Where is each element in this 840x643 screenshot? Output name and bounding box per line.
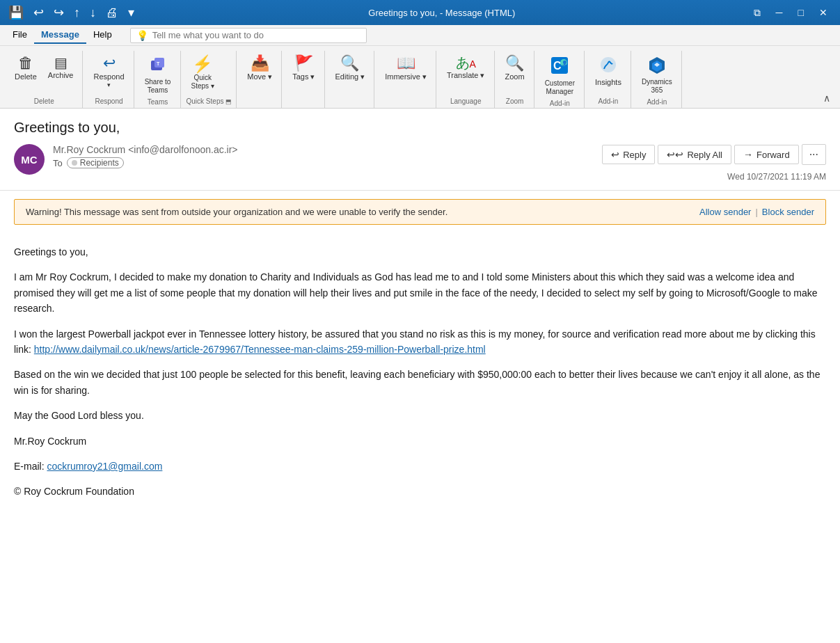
reply-icon: ↩ bbox=[611, 149, 619, 160]
reply-button[interactable]: ↩ Reply bbox=[602, 145, 655, 164]
delete-icon: 🗑 bbox=[18, 56, 33, 71]
ribbon: 🗑 Delete ▤ Archive Delete ↩ Respond ▾ Re… bbox=[0, 46, 840, 109]
signature-foundation: © Roy Cockrum Foundation bbox=[14, 484, 826, 499]
editing-icon: 🔍 bbox=[340, 56, 359, 71]
translate-button[interactable]: あΑ Translate ▾ bbox=[442, 52, 490, 84]
signature-email: E-mail: cockrumroy21@gmail.com bbox=[14, 459, 826, 474]
teams-icon: T bbox=[149, 56, 167, 77]
svg-text:C: C bbox=[553, 60, 562, 72]
zoom-icon: 🔍 bbox=[505, 56, 524, 71]
move-down-icon[interactable]: ↓ bbox=[87, 4, 99, 22]
quicksteps-button[interactable]: ⚡ QuickSteps ▾ bbox=[187, 52, 219, 94]
maximize-button[interactable]: □ bbox=[791, 4, 811, 22]
forward-button[interactable]: → Forward bbox=[734, 145, 799, 164]
respond-dropdown-icon: ▾ bbox=[107, 81, 111, 88]
body-para-1: Greetings to you, bbox=[14, 244, 826, 260]
email-sender: MC Mr.Roy Cockrum <info@darolfonoon.ac.i… bbox=[14, 144, 238, 175]
save-icon[interactable]: 💾 bbox=[6, 3, 26, 22]
archive-button[interactable]: ▤ Archive bbox=[43, 52, 79, 84]
warning-separator: | bbox=[755, 207, 757, 217]
sender-info: Mr.Roy Cockrum <info@darolfonoon.ac.ir> … bbox=[53, 144, 238, 168]
immersive-button[interactable]: 📖 Immersive ▾ bbox=[380, 52, 431, 85]
close-button[interactable]: ✕ bbox=[812, 4, 834, 22]
ribbon-collapse-button[interactable]: ∧ bbox=[819, 91, 834, 105]
tags-icon: 🚩 bbox=[294, 56, 313, 71]
ribbon-group-zoom: 🔍 Zoom Zoom bbox=[496, 51, 534, 108]
warning-links: Allow sender | Block sender bbox=[699, 207, 814, 217]
menu-file[interactable]: File bbox=[6, 26, 34, 44]
email-link[interactable]: http://www.dailymail.co.uk/news/article-… bbox=[34, 344, 486, 355]
move-button[interactable]: 📥 Move ▾ bbox=[242, 52, 277, 85]
email-actions: ↩ Reply ↩↩ Reply All → Forward ··· bbox=[602, 144, 826, 165]
undo-icon[interactable]: ↩ bbox=[31, 3, 47, 22]
insights-icon bbox=[599, 56, 617, 77]
ribbon-group-move: 📥 Move ▾ bbox=[238, 51, 282, 108]
move-icon: 📥 bbox=[251, 56, 269, 71]
dynamics-icon bbox=[648, 56, 666, 77]
title-bar: 💾 ↩ ↪ ↑ ↓ 🖨 ▾ Greetings to you, - Messag… bbox=[0, 0, 840, 25]
email-subject: Greetings to you, bbox=[14, 120, 826, 136]
search-icon: 💡 bbox=[136, 30, 148, 41]
respond-button[interactable]: ↩ Respond ▾ bbox=[88, 52, 129, 92]
redo-icon[interactable]: ↪ bbox=[51, 3, 67, 22]
menu-help[interactable]: Help bbox=[86, 26, 119, 44]
ribbon-group-teams: T Share toTeams Teams bbox=[136, 51, 181, 108]
email-date: Wed 10/27/2021 11:19 AM bbox=[727, 172, 826, 182]
allow-sender-link[interactable]: Allow sender bbox=[699, 207, 751, 217]
sender-to: To Recipients bbox=[53, 157, 238, 168]
zoom-button[interactable]: 🔍 Zoom bbox=[500, 52, 530, 85]
customer-manager-button[interactable]: C 👤 CustomerManager bbox=[540, 52, 580, 100]
ribbon-group-tags: 🚩 Tags ▾ bbox=[283, 51, 324, 108]
email-body: Greetings to you, I am Mr Roy Cockrum, I… bbox=[0, 233, 840, 530]
ribbon-group-insights: Insights Add-in bbox=[586, 51, 631, 108]
ribbon-group-quicksteps: ⚡ QuickSteps ▾ Quick Steps ⬒ bbox=[182, 51, 237, 108]
svg-text:👤: 👤 bbox=[562, 60, 568, 66]
avatar: MC bbox=[14, 144, 45, 175]
editing-button[interactable]: 🔍 Editing ▾ bbox=[331, 52, 370, 85]
email-header: Greetings to you, MC Mr.Roy Cockrum <inf… bbox=[0, 109, 840, 191]
dynamics-button[interactable]: Dynamics365 bbox=[637, 52, 677, 98]
archive-icon: ▤ bbox=[54, 56, 68, 70]
reply-all-button[interactable]: ↩↩ Reply All bbox=[658, 145, 731, 164]
customer-manager-icon: C 👤 bbox=[550, 56, 569, 78]
more-icon[interactable]: ▾ bbox=[125, 3, 137, 22]
svg-point-7 bbox=[601, 57, 616, 72]
immersive-icon: 📖 bbox=[397, 56, 415, 71]
block-sender-link[interactable]: Block sender bbox=[762, 207, 814, 217]
body-para-3: I won the largest Powerball jackpot ever… bbox=[14, 326, 826, 358]
window-title: Greetings to you, - Message (HTML) bbox=[137, 8, 747, 18]
warning-banner: Warning! This message was sent from outs… bbox=[14, 199, 826, 225]
restore-button[interactable]: ⧉ bbox=[747, 4, 768, 22]
minimize-button[interactable]: ─ bbox=[769, 4, 790, 22]
insights-button[interactable]: Insights bbox=[590, 52, 626, 90]
title-bar-left: 💾 ↩ ↪ ↑ ↓ 🖨 ▾ bbox=[6, 3, 137, 22]
delete-button[interactable]: 🗑 Delete bbox=[10, 52, 42, 85]
search-bar[interactable]: 💡 bbox=[130, 28, 367, 43]
translate-icon: あΑ bbox=[456, 56, 476, 70]
print-icon[interactable]: 🖨 bbox=[103, 4, 121, 22]
more-actions-button[interactable]: ··· bbox=[802, 144, 826, 165]
recipient-badge[interactable]: Recipients bbox=[67, 157, 124, 168]
move-up-icon[interactable]: ↑ bbox=[71, 4, 83, 22]
forward-icon: → bbox=[743, 149, 753, 160]
warning-text: Warning! This message was sent from outs… bbox=[26, 207, 447, 217]
email-area: Greetings to you, MC Mr.Roy Cockrum <inf… bbox=[0, 109, 840, 643]
reply-all-icon: ↩↩ bbox=[667, 149, 683, 160]
ribbon-group-delete: 🗑 Delete ▤ Archive Delete bbox=[6, 51, 83, 108]
tags-button[interactable]: 🚩 Tags ▾ bbox=[287, 52, 319, 85]
body-para-5: May the Good Lord bless you. bbox=[14, 408, 826, 423]
share-teams-button[interactable]: T Share toTeams bbox=[140, 52, 176, 98]
signature-email-link[interactable]: cockrumroy21@gmail.com bbox=[47, 461, 162, 472]
email-meta: MC Mr.Roy Cockrum <info@darolfonoon.ac.i… bbox=[14, 144, 826, 182]
menu-message[interactable]: Message bbox=[34, 26, 86, 44]
svg-text:T: T bbox=[157, 61, 160, 66]
signature-name: Mr.Roy Cockrum bbox=[14, 434, 826, 449]
menu-bar: File Message Help 💡 bbox=[0, 25, 840, 46]
ribbon-group-respond: ↩ Respond ▾ Respond bbox=[84, 51, 134, 108]
quicksteps-icon: ⚡ bbox=[192, 56, 213, 72]
sender-name: Mr.Roy Cockrum <info@darolfonoon.ac.ir> bbox=[53, 144, 238, 155]
ribbon-group-immersive: 📖 Immersive ▾ bbox=[376, 51, 436, 108]
email-date-actions: ↩ Reply ↩↩ Reply All → Forward ··· Wed 1… bbox=[602, 144, 826, 182]
search-input[interactable] bbox=[152, 30, 360, 40]
ribbon-group-dynamics: Dynamics365 Add-in bbox=[633, 51, 682, 108]
